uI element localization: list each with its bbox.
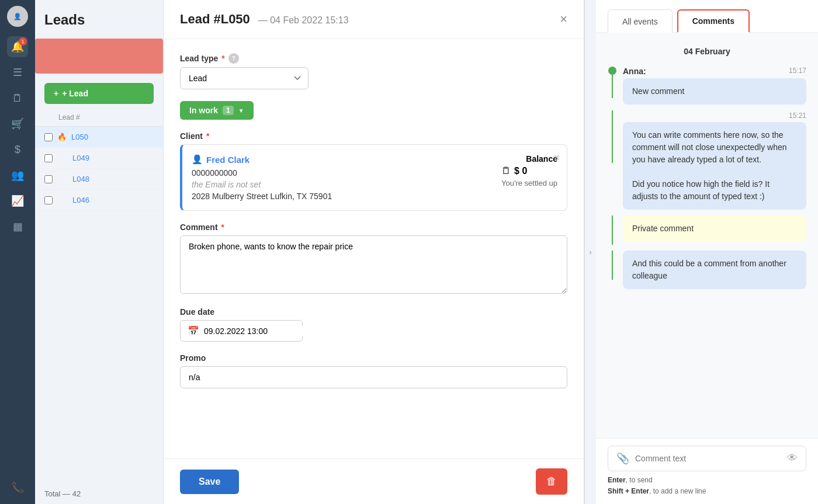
person-icon: 👤 [192, 154, 203, 165]
private-comment-bubble: Private comment [623, 215, 806, 242]
client-email: the Email is not set [192, 180, 501, 189]
sidebar-icon-cart[interactable]: 🛒 [7, 113, 28, 134]
due-date-input[interactable] [204, 326, 306, 336]
sidebar-icon-chart[interactable]: 📈 [7, 190, 28, 211]
comment-group-4: And this could be a comment from another… [608, 251, 806, 289]
due-date-group: Due date 📅 [180, 307, 567, 342]
leads-table-header: Lead # [35, 109, 163, 127]
sidebar-icon-filter[interactable]: ☰ [7, 62, 28, 83]
shift-enter-hint: Shift + Enter [608, 487, 649, 495]
add-lead-button[interactable]: + + Lead [44, 83, 154, 104]
lead-number[interactable]: L049 [72, 154, 89, 162]
comment-time-2: 15:21 [789, 112, 806, 120]
comment-input-area: 📎 👁 Enter, to send Shift + Enter, to add… [596, 438, 818, 504]
row-checkbox[interactable] [44, 154, 53, 162]
cart-icon: 🛒 [11, 117, 24, 130]
sidebar-icon-grid[interactable]: ▦ [7, 216, 28, 237]
notification-badge: 1 [19, 37, 27, 46]
chevron-right-icon: › [590, 248, 592, 256]
required-asterisk: * [221, 54, 224, 63]
client-label: Client * [180, 131, 567, 141]
due-date-label: Due date [180, 307, 567, 317]
list-item[interactable]: 🔥 L050 [35, 127, 163, 148]
comment-input[interactable] [635, 454, 781, 463]
comment-label: Comment * [180, 223, 567, 232]
row-checkbox[interactable] [44, 133, 53, 141]
leads-title: Leads [35, 0, 163, 34]
comment-textarea[interactable] [180, 235, 567, 294]
modal-header: Lead #L050 — 04 Feb 2022 15:13 × [164, 0, 584, 39]
chevron-down-icon: ▼ [238, 107, 244, 114]
client-name: 👤 Fred Clark [192, 154, 501, 165]
client-info: 👤 Fred Clark 0000000000 the Email is not… [192, 154, 501, 201]
leads-panel: Leads + + Lead Lead # 🔥 L050 L049 L048 L… [35, 0, 164, 504]
lead-modal: Lead #L050 — 04 Feb 2022 15:13 × Lead ty… [164, 0, 584, 504]
fire-icon: 🔥 [57, 133, 67, 141]
collapse-handle[interactable]: › [584, 0, 596, 504]
comment-time: 15:17 [789, 67, 806, 76]
date-divider: 04 February [608, 47, 806, 56]
lead-number[interactable]: L048 [72, 175, 89, 183]
lead-number[interactable]: L046 [72, 196, 89, 204]
comment-bubble-2: You can write comments here now, so the … [623, 122, 806, 210]
client-address: 2028 Mulberry Street Lufkin, TX 75901 [192, 192, 501, 201]
filter-icon: ☰ [13, 66, 22, 79]
comment-author: Anna: [623, 67, 646, 76]
modal-body: Lead type * ? Lead In work 1 ▼ Client * [164, 39, 584, 458]
client-phone: 0000000000 [192, 168, 501, 178]
list-item[interactable]: L049 [35, 148, 163, 169]
other-comment-bubble: And this could be a comment from another… [623, 251, 806, 289]
comments-tabs: All events Comments [596, 0, 818, 33]
eye-icon[interactable]: 👁 [787, 452, 798, 464]
client-remove-button[interactable]: × [553, 152, 560, 164]
client-balance: Balance 🗒 $ 0 You're settled up [501, 154, 557, 187]
comments-body: 04 February Anna: 15:17 New comment [596, 33, 818, 438]
sidebar-icon-phone[interactable]: 📞 [7, 477, 28, 498]
client-card: 👤 Fred Clark 0000000000 the Email is not… [180, 144, 567, 211]
calendar-icon: 📅 [188, 325, 199, 336]
tab-all-events[interactable]: All events [608, 9, 673, 33]
promo-label: Promo [180, 353, 567, 363]
users-icon: 👥 [11, 169, 24, 182]
comment-hints: Enter, to send Shift + Enter, to add a n… [608, 475, 806, 497]
row-checkbox[interactable] [44, 196, 53, 204]
lead-type-select[interactable]: Lead [180, 67, 309, 89]
phone-icon: 📞 [11, 481, 24, 494]
lead-type-group: Lead type * ? Lead [180, 53, 567, 89]
row-checkbox[interactable] [44, 175, 53, 183]
modal-title: Lead #L050 [180, 12, 250, 26]
chart-icon: 📈 [11, 194, 24, 207]
sidebar: 👤 🔔 1 ☰ 🗒 🛒 $ 👥 📈 ▦ 📞 [0, 0, 35, 504]
date-input-wrapper: 📅 [180, 320, 303, 342]
leads-total: Total — 42 [35, 484, 163, 504]
delete-button[interactable]: 🗑 [536, 468, 567, 495]
status-button[interactable]: In work 1 ▼ [180, 101, 254, 120]
avatar[interactable]: 👤 [7, 6, 28, 27]
help-icon[interactable]: ? [228, 53, 239, 64]
receipt-icon: 🗒 [12, 92, 23, 105]
save-button[interactable]: Save [180, 470, 239, 494]
lead-number[interactable]: L050 [71, 133, 88, 141]
promo-input[interactable] [180, 366, 567, 388]
modal-close-button[interactable]: × [560, 13, 567, 26]
list-item[interactable]: L048 [35, 169, 163, 190]
sidebar-icon-receipt[interactable]: 🗒 [7, 88, 28, 109]
list-item[interactable]: L046 [35, 190, 163, 211]
plus-icon: + [54, 89, 58, 98]
lead-type-label: Lead type * ? [180, 53, 567, 64]
comment-group: Comment * [180, 223, 567, 296]
tab-comments[interactable]: Comments [677, 9, 750, 33]
comment-input-box: 📎 👁 [608, 446, 806, 471]
comment-bubble: New comment [623, 78, 806, 105]
comment-group-2: 15:21 You can write comments here now, s… [608, 110, 806, 210]
enter-key-hint: Enter [608, 476, 626, 484]
balance-icon: 🗒 [501, 166, 511, 176]
promo-group: Promo [180, 353, 567, 388]
sidebar-icon-bell[interactable]: 🔔 1 [7, 36, 28, 57]
attach-icon[interactable]: 📎 [616, 452, 629, 465]
comments-panel: All events Comments 04 February Anna: 15… [596, 0, 818, 504]
sidebar-icon-users[interactable]: 👥 [7, 165, 28, 186]
sidebar-icon-dollar[interactable]: $ [7, 139, 28, 160]
grid-icon: ▦ [13, 220, 23, 233]
client-group: Client * 👤 Fred Clark 0000000000 the Ema… [180, 131, 567, 211]
